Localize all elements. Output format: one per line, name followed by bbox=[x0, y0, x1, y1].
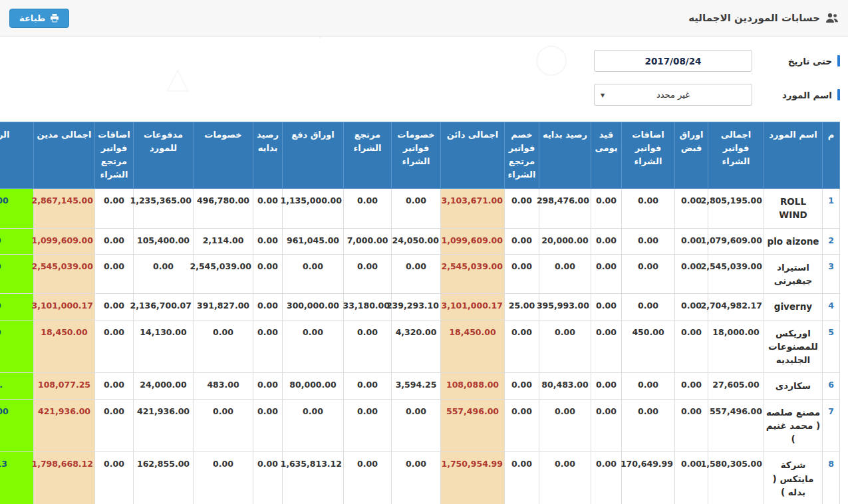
total-credit-cell: 2,545,039.00 bbox=[441, 254, 505, 294]
value-cell: 0.00 bbox=[505, 254, 539, 294]
row-number-cell[interactable]: 4 bbox=[823, 294, 840, 320]
balance-cell: 26.00 bbox=[0, 189, 34, 229]
table-viewport: ماسم المورداجمالى فواتير الشراءاوراق قبض… bbox=[0, 122, 840, 504]
row-number-cell[interactable]: 1 bbox=[823, 189, 840, 229]
value-cell: 450.00 bbox=[622, 320, 675, 373]
balance-cell: .75 bbox=[0, 373, 34, 399]
value-cell: 0.00 bbox=[539, 254, 591, 294]
balance-cell: 3.13- bbox=[0, 452, 34, 504]
column-header-17: الرصيد bbox=[0, 122, 34, 189]
supplier-name-cell: مصنع صلصه ( محمد غنيم ) bbox=[764, 399, 823, 452]
date-filter-label: حتى تاريخ bbox=[788, 56, 832, 66]
value-cell: 0.00 bbox=[95, 399, 134, 452]
value-cell: 0.00 bbox=[392, 254, 441, 294]
date-filter-row: حتى تاريخ bbox=[8, 50, 840, 72]
value-cell: 0.00 bbox=[622, 373, 675, 399]
table-row: 8شركة مايتكس ( بدله )1,580,305.000.00170… bbox=[0, 452, 840, 504]
value-cell: 80,483.00 bbox=[539, 373, 591, 399]
date-input[interactable] bbox=[594, 50, 752, 72]
supplier-name-cell: استيراد جيفيرنى bbox=[764, 254, 823, 294]
value-cell: 33,180.00 bbox=[344, 294, 392, 320]
value-cell: 0.00 bbox=[505, 228, 539, 254]
value-cell: 0.00 bbox=[95, 373, 134, 399]
column-header-6: رصيد بدايه bbox=[539, 122, 591, 189]
print-button[interactable]: طباعة bbox=[9, 9, 69, 28]
value-cell: 0.00 bbox=[194, 320, 253, 373]
total-debit-cell: 3,101,000.17 bbox=[34, 294, 95, 320]
column-header-10: مرتجع الشراء bbox=[344, 122, 392, 189]
value-cell: 0.00 bbox=[591, 452, 622, 504]
balance-cell: 00 bbox=[0, 228, 34, 254]
row-number-cell[interactable]: 2 bbox=[823, 228, 840, 254]
supplier-select[interactable]: غير محدد ▼ bbox=[594, 84, 752, 106]
table-row: 2plo aizone1,079,609.000.000.000.0020,00… bbox=[0, 228, 840, 254]
row-number-cell[interactable]: 6 bbox=[823, 373, 840, 399]
column-header-12: رصيد بدايه bbox=[253, 122, 283, 189]
value-cell: 2,545,039.00 bbox=[708, 254, 764, 294]
label-accent-bar bbox=[837, 89, 840, 100]
value-cell: 1,635,813.12 bbox=[283, 452, 344, 504]
value-cell: 961,045.00 bbox=[283, 228, 344, 254]
value-cell: 0.00 bbox=[283, 254, 344, 294]
value-cell: 0.00 bbox=[591, 189, 622, 229]
value-cell: 2,545,039.00 bbox=[194, 254, 253, 294]
value-cell: 0.00 bbox=[253, 373, 283, 399]
value-cell: 483.00 bbox=[194, 373, 253, 399]
value-cell: 0.00 bbox=[505, 373, 539, 399]
column-header-14: مدفوعات للمورد bbox=[134, 122, 194, 189]
supplier-filter-label: اسم المورد bbox=[782, 90, 832, 100]
table-head: ماسم المورداجمالى فواتير الشراءاوراق قبض… bbox=[0, 122, 840, 189]
total-credit-cell: 557,496.00 bbox=[441, 399, 505, 452]
total-debit-cell: 1,798,668.12 bbox=[34, 452, 95, 504]
value-cell: 18,000.00 bbox=[708, 320, 764, 373]
total-credit-cell: 108,088.00 bbox=[441, 373, 505, 399]
total-debit-cell: 421,936.00 bbox=[34, 399, 95, 452]
date-filter-control bbox=[594, 50, 752, 72]
row-number-cell[interactable]: 7 bbox=[823, 399, 840, 452]
value-cell: 557,496.00 bbox=[708, 399, 764, 452]
total-debit-cell: 2,545,039.00 bbox=[34, 254, 95, 294]
value-cell: 0.00 bbox=[344, 254, 392, 294]
value-cell: 0.00 bbox=[95, 320, 134, 373]
value-cell: 0.00 bbox=[253, 452, 283, 504]
table-row: 3استيراد جيفيرنى2,545,039.000.000.000.00… bbox=[0, 254, 840, 294]
value-cell: 0.00 bbox=[392, 189, 441, 229]
supplier-name-cell: سكاردى bbox=[764, 373, 823, 399]
value-cell: 7,000.00 bbox=[344, 228, 392, 254]
supplier-name-cell: شركة مايتكس ( بدله ) bbox=[764, 452, 823, 504]
column-header-8: اجمالى دائن bbox=[441, 122, 505, 189]
row-number-cell[interactable]: 3 bbox=[823, 254, 840, 294]
total-credit-cell: 3,103,671.00 bbox=[441, 189, 505, 229]
row-number-cell[interactable]: 5 bbox=[823, 320, 840, 373]
value-cell: 421,936.00 bbox=[134, 399, 194, 452]
label-accent-bar bbox=[837, 55, 840, 66]
value-cell: 0.00 bbox=[505, 320, 539, 373]
value-cell: 0.00 bbox=[505, 399, 539, 452]
value-cell: 0.00 bbox=[95, 452, 134, 504]
value-cell: 0.00 bbox=[591, 254, 622, 294]
value-cell: 0.00 bbox=[283, 320, 344, 373]
value-cell: 27,605.00 bbox=[708, 373, 764, 399]
value-cell: 0.00 bbox=[344, 399, 392, 452]
value-cell: 0.00 bbox=[194, 399, 253, 452]
date-filter-label-wrap: حتى تاريخ bbox=[752, 55, 840, 66]
value-cell: 0.00 bbox=[675, 373, 708, 399]
supplier-filter-row: اسم المورد غير محدد ▼ bbox=[8, 84, 840, 106]
value-cell: 0.00 bbox=[194, 452, 253, 504]
total-credit-cell: 1,750,954.99 bbox=[441, 452, 505, 504]
value-cell: 391,827.00 bbox=[194, 294, 253, 320]
table-row: 5اوريكس للمصنوعات الجليديه18,000.000.004… bbox=[0, 320, 840, 373]
row-number-cell[interactable]: 8 bbox=[823, 452, 840, 504]
value-cell: 25.00 bbox=[505, 294, 539, 320]
column-header-13: خصومات bbox=[194, 122, 253, 189]
value-cell: 3,594.25 bbox=[392, 373, 441, 399]
column-header-3: اوراق قبض bbox=[675, 122, 708, 189]
value-cell: 0.00 bbox=[95, 228, 134, 254]
value-cell: 0.00 bbox=[622, 294, 675, 320]
column-header-16: اجمالى مدين bbox=[34, 122, 95, 189]
page-title: حسابات الموردين الاجماليه bbox=[688, 12, 820, 24]
value-cell: 0.00 bbox=[344, 452, 392, 504]
value-cell: 0.00 bbox=[591, 320, 622, 373]
column-header-7: خصم فواتير مرتجع الشراء bbox=[505, 122, 539, 189]
value-cell: 0.00 bbox=[283, 399, 344, 452]
